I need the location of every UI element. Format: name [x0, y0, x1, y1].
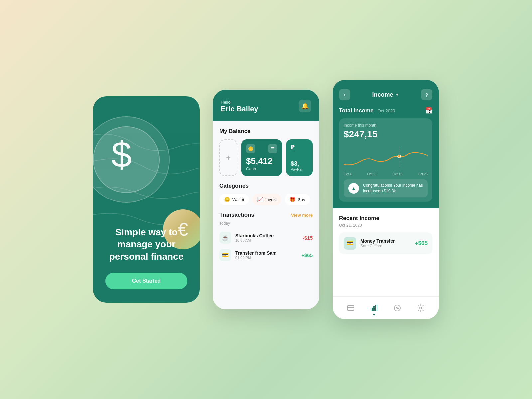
dropdown-arrow-icon: ▼ [395, 92, 399, 97]
user-name: Eric Bailey [221, 105, 258, 113]
save-chip-label: Sav [298, 197, 305, 202]
greeting-text: Hello, [221, 100, 258, 105]
money-transfer-name: Money Transfer [360, 238, 411, 244]
svg-rect-2 [347, 306, 354, 310]
tx-starbucks[interactable]: ☕ Starbucks Coffee 10:00 AM -$15 [219, 229, 313, 246]
help-button[interactable]: ? [421, 89, 432, 100]
splash-tagline: Simple way to manage your personal finan… [93, 226, 200, 263]
income-chart-card: Income this month $247,15 Oct 4 Oct 11 O… [339, 118, 432, 202]
x-label-oct25: Oct 25 [418, 172, 428, 176]
recent-income-date: Oct 21, 2020 [339, 223, 432, 228]
balance-section-title: My Balance [219, 128, 313, 135]
total-income-title: Total Income [339, 107, 374, 114]
phone3-income: ‹ Income ▼ ? Total Income Oct 2020 📅 Inc… [332, 80, 439, 319]
cash-label: Cash [246, 166, 277, 171]
category-invest-chip[interactable]: 📈 Invest [252, 194, 282, 205]
starbucks-time: 10:00 AM [235, 238, 299, 242]
x-label-oct4: Oct 4 [344, 172, 352, 176]
sam-info: Transfer from Sam 01:00 PM [235, 250, 297, 260]
tx-date: Today [219, 221, 313, 226]
svg-point-8 [420, 307, 422, 309]
nav-basket-icon[interactable] [391, 302, 403, 314]
transactions-header: Transactions View more [219, 212, 313, 218]
wallet-chip-icon: 🪙 [224, 197, 230, 202]
tx-sam[interactable]: 💳 Transfer from Sam 01:00 PM +$65 [219, 246, 313, 264]
menu-card-icon: ☰ [268, 144, 277, 153]
back-button[interactable]: ‹ [339, 89, 350, 100]
save-chip-icon: 🎁 [289, 197, 296, 202]
nav-card-icon[interactable] [345, 302, 357, 314]
svg-point-1 [398, 155, 401, 158]
congrats-text: Congratulations! Your income has increas… [363, 183, 423, 194]
svg-rect-6 [376, 305, 377, 311]
phone2-dashboard: Hello, Eric Bailey 🔔 My Balance + 🪙 ☰ $5… [213, 90, 319, 309]
nav-settings-icon[interactable] [415, 302, 427, 314]
money-transfer-icon: 💳 [344, 237, 356, 250]
chart-amount: $247,15 [344, 129, 428, 140]
money-transfer-amount: +$65 [415, 240, 428, 247]
income-title: Income ▼ [372, 91, 399, 98]
income-item-money-transfer[interactable]: 💳 Money Transfer Sam Clifford +$65 [339, 232, 432, 254]
chart-x-labels: Oct 4 Oct 11 Oct 18 Oct 25 [344, 172, 428, 176]
notification-bell-button[interactable]: 🔔 [299, 100, 311, 112]
categories-section-title: Categories [219, 183, 313, 189]
phone1-splash: $ € Simple way to manage your personal f… [93, 96, 200, 303]
categories-row: 🪙 Wallet 📈 Invest 🎁 Sav [219, 194, 313, 205]
dashboard-header: Hello, Eric Bailey 🔔 [213, 90, 319, 121]
money-transfer-info: Money Transfer Sam Clifford [360, 238, 411, 248]
wallet-card-icon: 🪙 [246, 144, 255, 153]
starbucks-amount: -$15 [303, 235, 313, 241]
calendar-icon[interactable]: 📅 [425, 107, 432, 114]
transfer-icon: 💳 [219, 249, 231, 261]
paypal-amount: $3, [291, 160, 308, 167]
congrats-up-icon: ▲ [348, 183, 359, 194]
x-label-oct18: Oct 18 [393, 172, 402, 176]
nav-chart-icon[interactable] [368, 302, 380, 314]
transactions-title: Transactions [219, 212, 254, 218]
bottom-nav [332, 296, 439, 319]
income-chart-area: Total Income Oct 2020 📅 Income this mont… [332, 107, 439, 208]
paypal-card[interactable]: 𝐏 $3, PayPal [286, 139, 313, 176]
svg-rect-4 [371, 308, 372, 311]
starbucks-name: Starbucks Coffee [235, 233, 299, 238]
x-label-oct11: Oct 11 [367, 172, 377, 176]
sam-amount: +$65 [301, 252, 313, 258]
chart-subtitle: Income this month [344, 123, 428, 128]
starbucks-icon: ☕ [219, 232, 231, 244]
invest-chip-label: Invest [265, 197, 277, 202]
category-wallet-chip[interactable]: 🪙 Wallet [219, 194, 249, 205]
paypal-label: PayPal [291, 167, 308, 171]
dollar-symbol: $ [111, 133, 132, 175]
wallet-chip-label: Wallet [232, 197, 244, 202]
recent-income-title: Recent Income [339, 215, 432, 222]
paypal-icon: 𝐏 [291, 144, 308, 151]
sam-name: Transfer from Sam [235, 250, 297, 256]
cash-card[interactable]: 🪙 ☰ $5,412 Cash [241, 139, 282, 176]
total-income-row: Total Income Oct 2020 📅 [339, 107, 432, 114]
congrats-banner: ▲ Congratulations! Your income has incre… [344, 179, 428, 197]
get-started-button[interactable]: Get Started [105, 273, 187, 289]
income-header: ‹ Income ▼ ? [332, 80, 439, 107]
view-more-button[interactable]: View more [291, 213, 313, 218]
balance-cards-row: + 🪙 ☰ $5,412 Cash 𝐏 $3, PayPal [219, 139, 313, 176]
starbucks-info: Starbucks Coffee 10:00 AM [235, 233, 299, 242]
nav-active-dot [373, 314, 375, 315]
svg-rect-5 [373, 306, 375, 311]
dashboard-body: My Balance + 🪙 ☰ $5,412 Cash 𝐏 $3, PayPa… [213, 121, 319, 309]
add-card-button[interactable]: + [219, 139, 237, 176]
chart-month: Oct 2020 [378, 108, 395, 113]
recent-income-body: Recent Income Oct 21, 2020 💳 Money Trans… [332, 208, 439, 296]
sam-time: 01:00 PM [235, 256, 297, 260]
invest-chip-icon: 📈 [257, 197, 263, 202]
category-save-chip[interactable]: 🎁 Sav [285, 194, 310, 205]
cash-amount: $5,412 [246, 156, 277, 166]
money-transfer-from: Sam Clifford [360, 244, 411, 248]
income-chart-svg [344, 144, 428, 170]
